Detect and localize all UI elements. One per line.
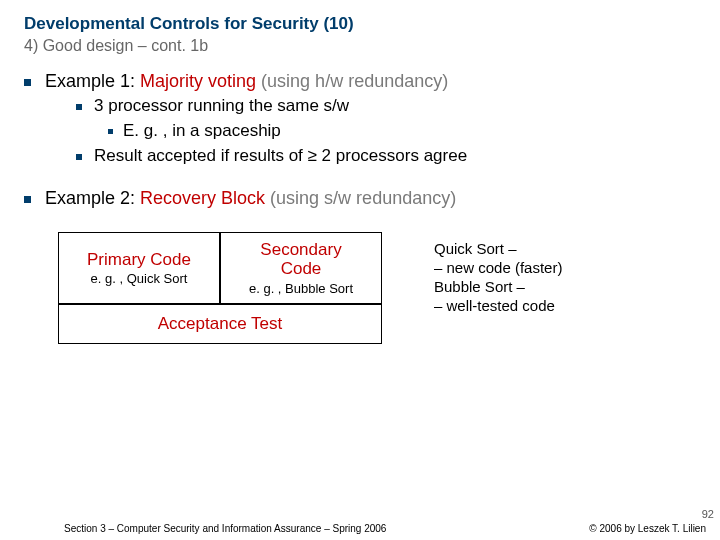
secondary-title1: Secondary [260,241,341,260]
ex2-note: (using s/w redundancy) [270,188,456,208]
footer: Section 3 – Computer Security and Inform… [0,523,720,534]
diagram-area: Primary Code e. g. , Quick Sort Secondar… [24,226,700,376]
ex1-sub1a: E. g. , in a spaceship [123,120,281,143]
bullet-icon [24,79,31,86]
bullet-icon [76,104,82,110]
example2-line: Example 2: Recovery Block (using s/w red… [45,186,456,210]
ex2-name: Recovery Block [140,188,270,208]
slide-title: Developmental Controls for Security (10) [24,14,700,34]
secondary-code-box: Secondary Code e. g. , Bubble Sort [220,232,382,304]
secondary-title2: Code [281,260,322,279]
primary-code-box: Primary Code e. g. , Quick Sort [58,232,220,304]
note-line: Bubble Sort – [434,278,562,297]
footer-right: © 2006 by Leszek T. Lilien [589,523,706,534]
slide-subtitle: 4) Good design – cont. 1b [24,37,700,55]
ex1-lead: Example 1: [45,71,140,91]
ex1-name: Majority voting [140,71,261,91]
example1-line: Example 1: Majority voting (using h/w re… [45,69,448,93]
note-line: – well-tested code [434,297,562,316]
page-number: 92 [702,508,714,520]
bullet-icon [108,129,113,134]
ex1-sub1: 3 processor running the same s/w [94,95,349,118]
primary-sub: e. g. , Quick Sort [91,271,188,286]
ex1-note: (using h/w redundancy) [261,71,448,91]
primary-title: Primary Code [87,251,191,270]
diagram-notes: Quick Sort – – new code (faster) Bubble … [434,240,562,315]
bullet-icon [24,196,31,203]
acceptance-test-box: Acceptance Test [58,304,382,344]
footer-left: Section 3 – Computer Security and Inform… [64,523,386,534]
ex2-lead: Example 2: [45,188,140,208]
secondary-sub: e. g. , Bubble Sort [249,281,353,296]
note-line: Quick Sort – [434,240,562,259]
bullet-icon [76,154,82,160]
note-line: – new code (faster) [434,259,562,278]
ex1-sub2: Result accepted if results of ≥ 2 proces… [94,145,467,168]
